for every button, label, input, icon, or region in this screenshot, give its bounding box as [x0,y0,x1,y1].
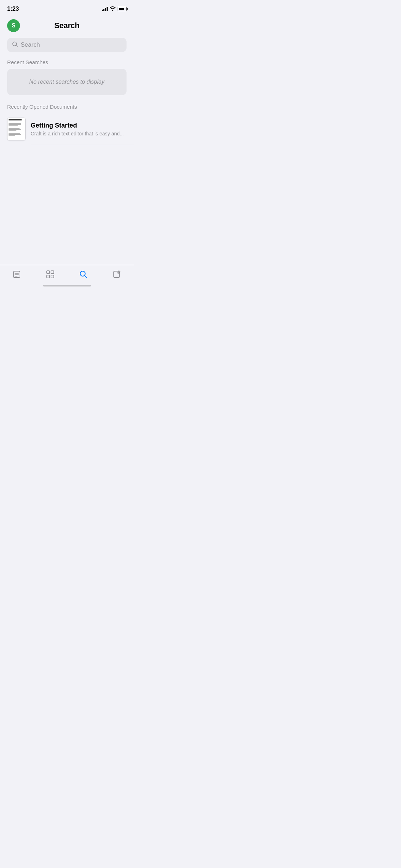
recently-opened-label: Recently Opened Documents [0,104,134,113]
document-item[interactable]: Getting Started Craft is a rich text edi… [0,113,134,145]
tab-search[interactable] [67,269,101,279]
home-indicator [43,285,91,286]
tab-documents[interactable] [0,269,34,279]
page-title: Search [54,21,79,30]
spaces-icon [45,269,55,279]
doc-preview: Craft is a rich text editor that is easy… [31,131,127,136]
search-container: Search [0,38,134,59]
empty-text: No recent searches to display [29,79,104,85]
status-time: 1:23 [7,5,19,12]
tab-spaces[interactable] [34,269,67,279]
wifi-icon [110,6,115,12]
signal-icon [102,7,108,11]
avatar[interactable]: S [7,19,20,32]
svg-line-11 [85,276,87,278]
svg-rect-8 [47,275,50,278]
doc-thumbnail [7,118,26,140]
doc-info: Getting Started Craft is a rich text edi… [31,122,127,136]
svg-line-1 [16,45,17,47]
svg-rect-6 [47,271,50,274]
battery-icon [118,7,127,11]
svg-rect-9 [51,275,54,278]
status-icons [102,6,127,12]
status-bar: 1:23 [0,0,134,16]
svg-rect-7 [51,271,54,274]
recent-searches-empty: No recent searches to display [7,69,127,95]
recent-searches-label: Recent Searches [0,59,134,69]
doc-name: Getting Started [31,122,127,129]
compose-icon [112,269,122,279]
svg-rect-2 [14,271,20,278]
search-bar[interactable]: Search [7,38,127,52]
documents-icon [12,269,22,279]
header: S Search [0,16,134,38]
search-tab-icon [78,269,88,279]
search-placeholder: Search [21,41,40,48]
tab-compose[interactable] [100,269,134,279]
doc-separator [31,145,134,145]
search-icon [12,41,18,48]
